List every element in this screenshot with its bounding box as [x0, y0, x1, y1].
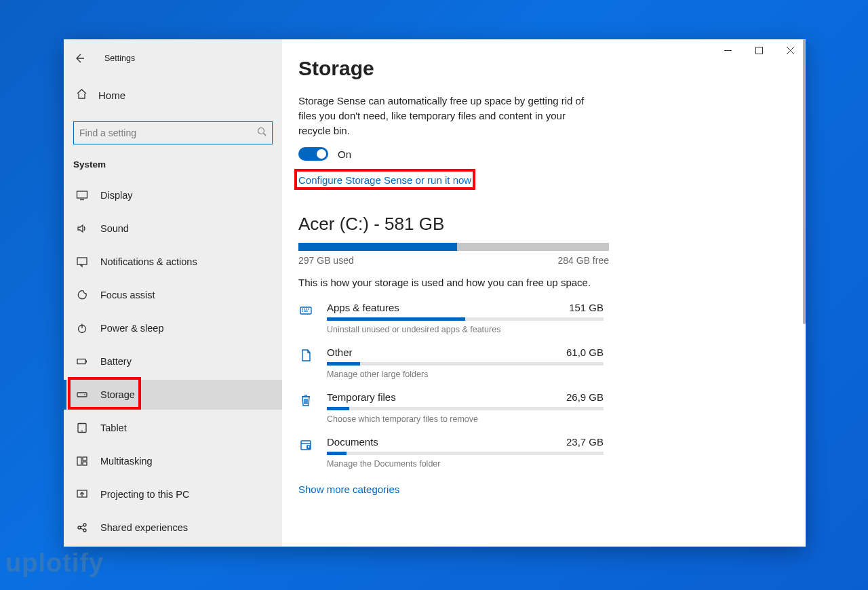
sidebar-item-battery[interactable]: Battery	[64, 347, 282, 376]
svg-rect-32	[302, 311, 303, 312]
sidebar-item-focus[interactable]: Focus assist	[64, 280, 282, 310]
category-bar	[327, 452, 604, 455]
maximize-button[interactable]	[743, 39, 774, 61]
drive-usage-fill	[298, 243, 457, 251]
sidebar-item-tablet[interactable]: Tablet	[64, 413, 282, 443]
category-bar	[327, 407, 604, 410]
svg-line-26	[81, 528, 84, 530]
show-more-categories-link[interactable]: Show more categories	[298, 484, 399, 495]
svg-rect-31	[308, 309, 309, 310]
category-body: Apps & features 151 GB Uninstall unused …	[327, 302, 604, 334]
storage-icon	[76, 389, 88, 401]
search-input[interactable]	[79, 127, 257, 138]
drive-usage-bar	[298, 243, 609, 251]
temp-icon	[298, 393, 313, 408]
sidebar-item-storage[interactable]: Storage	[64, 380, 282, 410]
sidebar-item-display[interactable]: Display	[64, 180, 282, 210]
titlebar: Settings	[64, 45, 282, 72]
toggle-knob	[317, 149, 326, 159]
svg-rect-6	[77, 191, 87, 198]
drive-stats: 297 GB used 284 GB free	[298, 255, 609, 266]
other-icon	[298, 348, 313, 363]
category-bar-fill	[327, 452, 347, 455]
sidebar-item-label: Storage	[100, 389, 270, 400]
sidebar: Settings Home System Display Sound Notif…	[64, 39, 282, 547]
configure-storage-sense-link[interactable]: Configure Storage Sense or run it now	[298, 174, 471, 186]
docs-icon	[298, 437, 313, 452]
sidebar-item-multitasking[interactable]: Multitasking	[64, 446, 282, 476]
window-controls	[712, 39, 806, 61]
sidebar-item-projecting[interactable]: Projecting to this PC	[64, 479, 282, 509]
svg-rect-30	[306, 309, 307, 310]
category-size: 151 GB	[569, 302, 604, 313]
sidebar-item-power[interactable]: Power & sleep	[64, 313, 282, 343]
svg-line-25	[81, 526, 84, 527]
svg-rect-33	[304, 311, 308, 312]
apps-icon	[298, 303, 313, 318]
svg-rect-13	[77, 393, 87, 397]
category-bar-fill	[327, 317, 465, 321]
display-icon	[76, 189, 88, 201]
category-row-temp[interactable]: Temporary files 26,9 GB Choose which tem…	[298, 391, 765, 424]
category-body: Other 61,0 GB Manage other large folders	[327, 347, 604, 379]
focus-icon	[76, 289, 88, 301]
storage-sense-description: Storage Sense can automatically free up …	[298, 94, 597, 138]
category-row-apps[interactable]: Apps & features 151 GB Uninstall unused …	[298, 302, 765, 334]
sidebar-item-label: Shared experiences	[100, 522, 270, 533]
category-row-docs[interactable]: Documents 23,7 GB Manage the Documents f…	[298, 436, 765, 469]
minimize-button[interactable]	[712, 39, 743, 61]
tablet-icon	[76, 422, 88, 434]
category-list: Apps & features 151 GB Uninstall unused …	[298, 302, 765, 469]
page-title: Storage	[298, 57, 765, 80]
sound-icon	[76, 222, 88, 235]
category-size: 61,0 GB	[566, 347, 604, 358]
shared-icon	[76, 522, 88, 534]
multitasking-icon	[76, 455, 88, 467]
category-name: Apps & features	[327, 302, 399, 313]
category-hint: Uninstall unused or undesired apps & fea…	[327, 325, 604, 334]
category-hint: Manage other large folders	[327, 370, 604, 379]
svg-rect-1	[755, 47, 762, 54]
sidebar-nav-list: Display Sound Notifications & actions Fo…	[64, 176, 282, 546]
storage-sense-toggle-row: On	[298, 147, 765, 161]
close-button[interactable]	[774, 39, 806, 61]
sidebar-item-label: Tablet	[100, 422, 270, 433]
sidebar-item-shared[interactable]: Shared experiences	[64, 513, 282, 543]
sidebar-item-notifications[interactable]: Notifications & actions	[64, 247, 282, 277]
svg-point-14	[84, 394, 85, 395]
category-size: 23,7 GB	[566, 436, 604, 448]
category-bar	[327, 317, 604, 321]
category-hint: Manage the Documents folder	[327, 459, 604, 469]
svg-point-23	[83, 524, 86, 526]
category-name: Other	[327, 347, 353, 358]
sidebar-item-home[interactable]: Home	[64, 81, 282, 109]
svg-rect-29	[304, 309, 305, 310]
window-title: Settings	[104, 54, 135, 63]
svg-rect-19	[83, 462, 87, 465]
category-name: Documents	[327, 436, 378, 448]
sidebar-item-label: Display	[100, 190, 270, 201]
category-bar-fill	[327, 407, 349, 410]
svg-point-24	[83, 529, 86, 532]
sidebar-item-label: Multitasking	[100, 456, 270, 467]
sidebar-item-label: Projecting to this PC	[100, 489, 270, 500]
settings-window: Settings Home System Display Sound Notif…	[64, 39, 806, 547]
svg-rect-17	[77, 457, 81, 465]
category-bar	[327, 362, 604, 366]
svg-point-22	[78, 526, 81, 529]
back-button[interactable]	[73, 52, 85, 64]
category-row-other[interactable]: Other 61,0 GB Manage other large folders	[298, 347, 765, 379]
usage-description: This is how your storage is used and how…	[298, 277, 765, 288]
category-body: Documents 23,7 GB Manage the Documents f…	[327, 436, 604, 469]
category-hint: Choose which temporary files to remove	[327, 414, 604, 424]
scrollbar[interactable]	[803, 39, 806, 324]
sidebar-item-sound[interactable]: Sound	[64, 214, 282, 243]
storage-sense-toggle[interactable]	[298, 147, 328, 161]
sidebar-item-label: Notifications & actions	[100, 256, 270, 267]
sidebar-item-label: Focus assist	[100, 290, 270, 300]
svg-rect-8	[77, 258, 87, 264]
watermark: uplotify	[5, 549, 104, 578]
svg-rect-11	[77, 359, 85, 364]
storage-sense-toggle-label: On	[338, 149, 351, 160]
search-input-container[interactable]	[73, 121, 273, 144]
